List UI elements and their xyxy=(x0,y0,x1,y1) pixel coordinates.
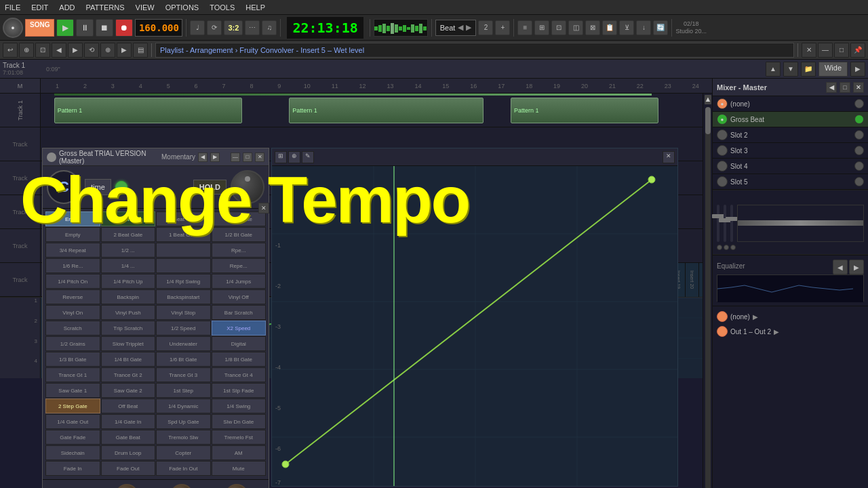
gb-cell-r4-4[interactable]: Repe... xyxy=(212,258,267,273)
gb-cell-vinyl-push[interactable]: Vinyl Push xyxy=(101,305,156,320)
mixer-channel-grossbeat[interactable]: ● Gross Beat xyxy=(713,112,868,127)
menu-patterns[interactable]: PATTERNS xyxy=(84,3,127,12)
gb-cell-trance4[interactable]: Trance Gt 4 xyxy=(212,367,267,382)
mixer-close-btn[interactable]: ✕ xyxy=(853,82,864,93)
gb-cell-offbeat[interactable]: Off Beat xyxy=(101,399,156,413)
gb-cell-am[interactable]: AM xyxy=(212,445,267,460)
gb-cell-1ststep[interactable]: 1st Step xyxy=(156,383,211,398)
gb-cell-14swing[interactable]: 1/4 Swing xyxy=(212,399,267,413)
wide-btn[interactable]: Wide xyxy=(818,62,848,77)
gb-cell-trip-scratch[interactable]: Trip Scratch xyxy=(101,321,156,336)
tb2-prev[interactable]: ◀ xyxy=(52,43,66,58)
mixer-channel-slot5[interactable]: Slot 5 xyxy=(713,174,868,190)
tempo-display[interactable]: 160.000 xyxy=(135,19,182,37)
gb-cell-r3-3[interactable] xyxy=(156,243,211,258)
gb-cell-vinyl-on[interactable]: Vinyl On xyxy=(45,305,100,320)
gb-cell-underwater[interactable]: Underwater xyxy=(156,336,211,351)
gb-cell-r2-4[interactable]: 1/2 Bt Gate xyxy=(212,227,267,242)
env-close-btn[interactable]: ✕ xyxy=(663,151,675,163)
eq-next-btn[interactable]: ▶ xyxy=(849,260,864,274)
gb-cell-1beat[interactable]: 1 Beat Gate xyxy=(156,211,211,226)
gb-cell-14gateout[interactable]: 1/4 Gate Out xyxy=(45,414,100,429)
menu-view[interactable]: VIEW xyxy=(134,3,157,12)
knob-rel[interactable] xyxy=(170,484,193,488)
channel-indicator-none[interactable]: ● xyxy=(717,98,728,109)
channel-indicator-slot5[interactable] xyxy=(717,176,728,187)
menu-edit[interactable]: EDIT xyxy=(29,3,50,12)
gb-cell-2step[interactable]: 2 Step Gate xyxy=(45,399,100,413)
gb-cell-scratch[interactable]: Scratch xyxy=(45,321,100,336)
pitch-btn[interactable]: ♫ xyxy=(262,20,277,35)
channel-indicator-slot3[interactable] xyxy=(717,145,728,156)
tb2-magnet[interactable]: ⊕ xyxy=(19,43,34,58)
gb-led[interactable] xyxy=(115,181,127,193)
gb-cell-r4-2[interactable]: 1/4 ... xyxy=(101,258,156,273)
gb-cell-r3-4[interactable]: Rpe... xyxy=(212,243,267,258)
gb-maximize-btn[interactable]: □ xyxy=(243,152,252,162)
fader-main-handle[interactable] xyxy=(738,220,863,226)
track-folder-btn[interactable]: 📁 xyxy=(801,62,816,77)
icon-6[interactable]: 📋 xyxy=(602,20,617,35)
gb-cell-r2-2[interactable]: 2 Beat Gate xyxy=(101,227,156,242)
gb-cell-reverse[interactable]: Reverse xyxy=(45,289,100,304)
gb-cell-fadeinout[interactable]: Fade In Out xyxy=(156,461,211,476)
icon-9[interactable]: 🔄 xyxy=(653,20,668,35)
tb2-close[interactable]: ✕ xyxy=(802,43,816,58)
tb2-playlist[interactable]: ▤ xyxy=(133,43,148,58)
mixer-shrink-btn[interactable]: ◀ xyxy=(826,82,837,93)
gb-cell-1ststpfade[interactable]: 1st Stp Fade xyxy=(212,383,267,398)
metro-icon[interactable]: ♩ xyxy=(190,20,205,35)
gb-nav-prev[interactable]: ◀ xyxy=(198,152,208,162)
knob-tns[interactable] xyxy=(225,484,248,488)
gb-cell-saw1[interactable]: Saw Gate 1 xyxy=(45,383,100,398)
gb-nav-next[interactable]: ▶ xyxy=(210,152,220,162)
gb-cell-jumps[interactable]: 1/4 Jumps xyxy=(212,274,267,289)
gb-cell-rpt-swing[interactable]: 1/4 Rpt Swing xyxy=(156,274,211,289)
knob-att[interactable] xyxy=(115,484,138,488)
beat-display[interactable]: Beat ◀ ▶ xyxy=(435,20,477,36)
gb-cell-trance2[interactable]: Trance Gt 2 xyxy=(101,367,156,382)
tb2-next[interactable]: ▶ xyxy=(68,43,83,58)
gb-cell-pitch-on[interactable]: 1/4 Pitch On xyxy=(45,274,100,289)
tb2-play2[interactable]: ▶ xyxy=(117,43,132,58)
record-btn[interactable]: ⏺ xyxy=(115,19,133,37)
gb-cell-fadeout[interactable]: Fade Out xyxy=(101,461,156,476)
play-btn[interactable]: ▶ xyxy=(56,19,74,37)
gb-cell-half-grains[interactable]: 1/2 Grains xyxy=(45,336,100,351)
gb-cell-backspinstart[interactable]: Backspinstart xyxy=(156,289,211,304)
gb-cell-14dyn[interactable]: 1/4 Dynamic xyxy=(156,399,211,413)
beat-arrow-left[interactable]: ◀ xyxy=(458,23,463,32)
scroll-thumb-v[interactable] xyxy=(705,107,711,134)
menu-tools[interactable]: TOOLS xyxy=(208,3,237,12)
env-zoom-btn[interactable]: ⊕ xyxy=(288,151,300,163)
pattern-block-3[interactable]: Pattern 1 xyxy=(511,98,658,123)
gb-cell-gatefade[interactable]: Gate Fade xyxy=(45,430,100,445)
gb-knob[interactable] xyxy=(231,170,264,204)
gb-cell-fadein[interactable]: Fade In xyxy=(45,461,100,476)
env-snap-btn[interactable]: ⊞ xyxy=(275,151,287,163)
gb-cell-saw2[interactable]: Saw Gate 2 xyxy=(101,383,156,398)
menu-options[interactable]: OPTIONS xyxy=(163,3,201,12)
gb-cell-half-beat[interactable]: 1/2 Bt Gate xyxy=(212,211,267,226)
gb-close-btn[interactable]: ✕ xyxy=(255,152,264,162)
channel-indicator-slot4[interactable] xyxy=(717,161,728,171)
icon-4[interactable]: ◫ xyxy=(568,20,583,35)
env-edit-btn[interactable]: ✎ xyxy=(302,151,314,163)
gb-cell-vinyl-off[interactable]: Vinyl Off xyxy=(212,289,267,304)
pause-btn[interactable]: ⏸ xyxy=(76,19,94,37)
gb-cell-bar-scratch[interactable]: Bar Scratch xyxy=(212,305,267,320)
gb-cell-r4-3[interactable] xyxy=(156,258,211,273)
channel-indicator-slot2[interactable] xyxy=(717,129,728,140)
menu-file[interactable]: FILE xyxy=(3,3,22,12)
mixer-channel-slot4[interactable]: Slot 4 xyxy=(713,159,868,174)
fl-logo[interactable]: ● xyxy=(3,18,23,38)
icon-2[interactable]: ⊞ xyxy=(534,20,549,35)
scroll-up-btn[interactable]: ▲ xyxy=(705,95,711,104)
tb2-pin[interactable]: 📌 xyxy=(850,43,865,58)
gb-cell-tremslw[interactable]: Tremolo Slw xyxy=(156,430,211,445)
track-add-btn[interactable]: ▲ xyxy=(766,62,781,77)
loop-icon[interactable]: ⟳ xyxy=(207,20,222,35)
gb-cell-14gatein[interactable]: 1/4 Gate In xyxy=(101,414,156,429)
output-row-1[interactable]: Out 1 – Out 2 ▶ xyxy=(717,324,864,339)
gb-cell-r4-1[interactable]: 1/6 Re... xyxy=(45,258,100,273)
